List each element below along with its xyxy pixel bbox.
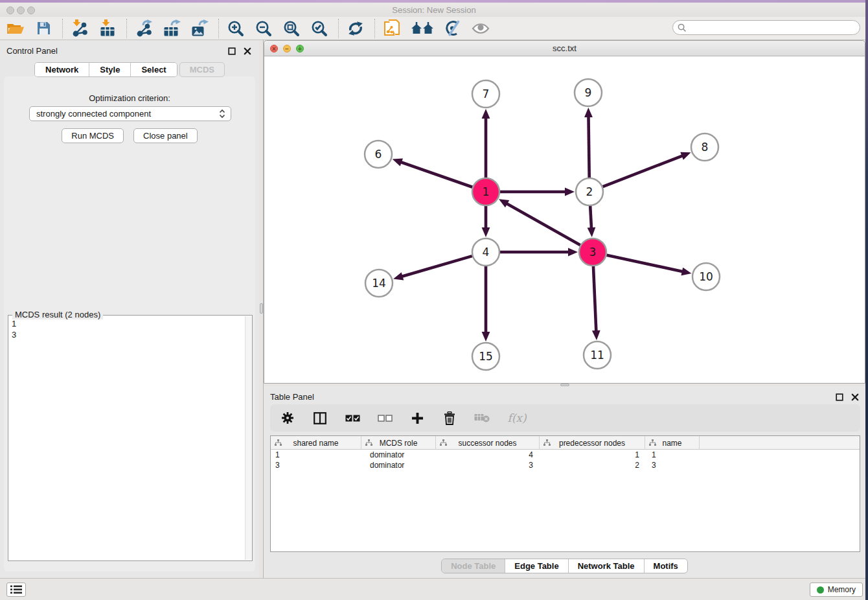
- clone-network-button[interactable]: [382, 19, 402, 38]
- zoom-in-button[interactable]: [225, 19, 246, 38]
- export-network-icon: [135, 19, 153, 37]
- graph-node-15[interactable]: 15: [472, 343, 499, 370]
- zoom-fit-button[interactable]: [281, 19, 302, 38]
- optimization-criterion-select[interactable]: strongly connected component: [29, 106, 231, 121]
- refresh-icon: [347, 20, 364, 37]
- graph-edge[interactable]: [499, 199, 580, 245]
- graph-edge[interactable]: [584, 108, 593, 178]
- app-title: Session: New Session: [0, 5, 868, 15]
- run-mcds-button[interactable]: Run MCDS: [62, 128, 124, 143]
- graph-node-6[interactable]: 6: [365, 141, 392, 168]
- graph-node-9[interactable]: 9: [575, 79, 602, 106]
- svg-text:7: 7: [483, 87, 490, 100]
- graph-node-11[interactable]: 11: [584, 341, 611, 369]
- float-panel-icon[interactable]: [228, 46, 236, 58]
- graph-node-4[interactable]: 4: [472, 238, 499, 266]
- graph-node-1[interactable]: 1: [472, 178, 499, 205]
- table-cell: dominator: [361, 450, 436, 460]
- column-header-shared-name[interactable]: shared name: [271, 436, 361, 450]
- control-panel: Control Panel Network Style Select MCDS …: [0, 40, 259, 578]
- graph-edge[interactable]: [500, 188, 575, 196]
- zoom-selected-button[interactable]: [309, 19, 330, 38]
- graph-edge[interactable]: [606, 255, 691, 276]
- tab-edge-table[interactable]: Edge Table: [505, 559, 568, 573]
- show-hide-panel-button[interactable]: [470, 19, 491, 38]
- graph-node-8[interactable]: 8: [691, 133, 718, 161]
- vertical-splitter[interactable]: [259, 40, 264, 578]
- destroy-table-button[interactable]: [474, 408, 490, 428]
- column-header-predecessor-nodes[interactable]: predecessor nodes: [540, 436, 645, 450]
- eye-icon: [472, 22, 490, 35]
- graph-node-7[interactable]: 7: [472, 80, 499, 108]
- hide-windows-button[interactable]: [409, 19, 435, 38]
- tab-select[interactable]: Select: [131, 63, 176, 76]
- tab-mcds[interactable]: MCDS: [179, 62, 225, 77]
- splitter-grip[interactable]: [260, 303, 263, 314]
- mcds-result-scrollbar[interactable]: [245, 316, 252, 560]
- tab-network[interactable]: Network: [35, 63, 89, 76]
- graph-edge[interactable]: [603, 152, 691, 187]
- column-header-name[interactable]: name: [645, 436, 700, 450]
- task-history-button[interactable]: [6, 583, 26, 597]
- select-all-columns-button[interactable]: [344, 408, 361, 428]
- zoom-out-icon: [255, 20, 272, 37]
- open-session-button[interactable]: [5, 19, 26, 38]
- graph-edge[interactable]: [393, 158, 473, 187]
- tab-motifs[interactable]: Motifs: [645, 559, 687, 573]
- graphics-details-button[interactable]: [442, 19, 463, 38]
- table-cell: 1: [540, 450, 645, 460]
- graph-node-14[interactable]: 14: [365, 270, 393, 297]
- graphics-details-icon: [444, 19, 462, 37]
- graph-node-3[interactable]: 3: [579, 238, 606, 266]
- function-builder-button[interactable]: f(x): [506, 408, 528, 428]
- svg-text:10: 10: [699, 270, 713, 283]
- tab-network-table[interactable]: Network Table: [569, 559, 645, 573]
- close-panel-button[interactable]: Close panel: [133, 128, 198, 143]
- mcds-result-line: 1: [12, 318, 244, 329]
- network-window-titlebar[interactable]: × − + scc.txt: [264, 41, 865, 56]
- deselect-all-columns-button[interactable]: [376, 408, 393, 428]
- network-graph-svg[interactable]: 7968124314101511: [264, 56, 865, 383]
- import-table-button[interactable]: [97, 19, 118, 38]
- split-view-button[interactable]: [312, 408, 328, 428]
- close-panel-icon[interactable]: [244, 46, 251, 58]
- table-panel: Table Panel: [264, 386, 865, 578]
- network-canvas[interactable]: 7968124314101511: [264, 56, 865, 383]
- create-column-button[interactable]: [409, 408, 426, 428]
- table-row[interactable]: 1dominator411: [271, 450, 860, 460]
- list-icon: [10, 585, 22, 594]
- column-header-label: successor nodes: [458, 439, 516, 448]
- graph-edge[interactable]: [588, 206, 596, 237]
- mcds-panel-body: Optimization criterion: strongly connect…: [4, 76, 255, 571]
- refresh-button[interactable]: [345, 19, 366, 38]
- table-row[interactable]: 3dominator323: [271, 460, 860, 470]
- column-header-MCDS-role[interactable]: MCDS role: [361, 436, 436, 450]
- export-network-button[interactable]: [133, 19, 154, 38]
- column-header-successor-nodes[interactable]: successor nodes: [436, 436, 540, 450]
- search-input[interactable]: [672, 20, 860, 35]
- mcds-result-text: 13: [8, 317, 244, 560]
- tab-node-table[interactable]: Node Table: [442, 559, 505, 573]
- zoom-out-button[interactable]: [253, 19, 274, 38]
- graph-node-2[interactable]: 2: [576, 178, 603, 205]
- save-session-button[interactable]: [33, 19, 54, 38]
- close-panel-icon[interactable]: [851, 392, 859, 404]
- graph-edge[interactable]: [500, 248, 578, 257]
- table-settings-button[interactable]: [279, 408, 296, 428]
- graph-node-10[interactable]: 10: [692, 263, 720, 290]
- desktop-wallpaper-right: [865, 0, 868, 600]
- table-cell: 2: [540, 460, 645, 470]
- graph-edge[interactable]: [482, 266, 490, 341]
- export-image-button[interactable]: [189, 19, 210, 38]
- graph-edge[interactable]: [393, 256, 472, 280]
- memory-button[interactable]: Memory: [810, 583, 863, 597]
- graph-edge[interactable]: [482, 109, 490, 178]
- float-panel-icon[interactable]: [836, 392, 843, 404]
- tab-style[interactable]: Style: [89, 63, 131, 76]
- graph-edge[interactable]: [482, 206, 490, 237]
- graph-edge[interactable]: [592, 266, 600, 340]
- import-network-button[interactable]: [69, 19, 90, 38]
- svg-text:9: 9: [585, 86, 592, 99]
- export-table-button[interactable]: [161, 19, 182, 38]
- delete-column-button[interactable]: [441, 408, 458, 428]
